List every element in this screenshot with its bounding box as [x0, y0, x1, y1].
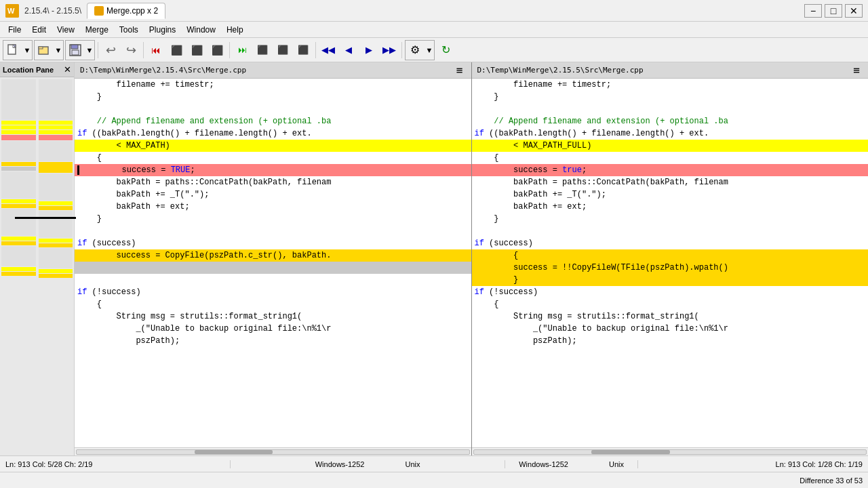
title-version: 2.15.4\ - 2.15.5\ [24, 6, 81, 16]
code-line: { [75, 298, 471, 310]
active-tab[interactable]: Merge.cpp x 2 [87, 3, 165, 19]
menu-window[interactable]: Window [181, 24, 221, 36]
toolbar: ▼ ▼ ▼ ↩ ↪ ⏮ ⬛ ⬛ ⬛ ⏭ ⬛ ⬛ ⬛ ◀◀ ◀ ▶ ▶▶ ⚙ ▼ … [0, 38, 868, 62]
code-line [75, 274, 471, 286]
nav-btn3[interactable]: ⬛ [273, 41, 292, 60]
menu-plugins[interactable]: Plugins [144, 24, 181, 36]
menu-view[interactable]: View [52, 24, 80, 36]
first-diff-left[interactable]: ⏮ [146, 41, 165, 60]
toolbar-sep4 [315, 42, 316, 58]
left-editor-path: D:\Temp\WinMerge\2.15.4\Src\Merge.cpp [80, 66, 454, 75]
code-line-gold: success = !!CopyFileW(TFile(pszPath).wpa… [472, 262, 869, 274]
menu-merge[interactable]: Merge [80, 24, 114, 36]
loc-bar-r-gold1 [39, 162, 73, 173]
menu-file[interactable]: File [3, 24, 26, 36]
right-scrollbar-track[interactable] [473, 449, 867, 455]
code-line: { [472, 298, 869, 310]
nav-btn4[interactable]: ⬛ [294, 41, 313, 60]
copy-right[interactable]: ⬛ [187, 41, 206, 60]
code-line: String msg = strutils::format_string1( [472, 310, 869, 323]
left-scrollbar-thumb[interactable] [195, 450, 273, 454]
code-line: if ((bakPath.length() + filename.length(… [75, 127, 471, 140]
maximize-button[interactable]: □ [825, 4, 842, 18]
first-diff[interactable]: ⬛ [208, 41, 226, 60]
code-line-gold: } [472, 274, 869, 286]
right-scrollbar-thumb[interactable] [591, 450, 670, 454]
titlebar-left: W 2.15.4\ - 2.15.5\ Merge.cpp x 2 [5, 3, 165, 19]
open-button[interactable] [35, 41, 54, 60]
statusbar-left-section: Ln: 913 Col: 5/28 Ch: 2/19 [0, 460, 231, 468]
loc-bar-r-gold4 [39, 274, 73, 278]
code-line: _("Unable to backup original file:\n%1\r [75, 323, 471, 335]
copy-left[interactable]: ⬛ [167, 41, 186, 60]
new-dropdown[interactable]: ▼ [22, 41, 32, 60]
svg-rect-5 [39, 47, 43, 49]
code-line: if (success) [75, 237, 471, 249]
right-editor-menu[interactable]: ≡ [850, 64, 863, 77]
minimize-button[interactable]: − [804, 4, 822, 18]
menubar: File Edit View Merge Tools Plugins Windo… [0, 22, 868, 38]
loc-bar-yellow4 [1, 199, 36, 203]
right-editor-header: D:\Temp\WinMerge\2.15.5\Src\Merge.cpp ≡ [472, 62, 869, 79]
loc-bar-yellow2 [1, 125, 36, 129]
left-editor-content[interactable]: filename += timestr; } // Append filenam… [75, 79, 471, 447]
left-editor-pane: D:\Temp\WinMerge\2.15.4\Src\Merge.cpp ≡ … [75, 62, 472, 455]
loc-bar-r-y2 [39, 125, 73, 129]
menu-help[interactable]: Help [221, 24, 249, 36]
loc-bar-yellow5 [1, 237, 36, 241]
code-line [75, 225, 471, 237]
app-icon: W [5, 4, 19, 18]
refresh-button[interactable]: ↻ [436, 41, 455, 60]
nav-btn1[interactable]: ⏭ [233, 41, 252, 60]
location-pane-title: Location Pane [3, 66, 54, 74]
undo-button[interactable]: ↩ [101, 41, 120, 60]
toolbar-new-group: ▼ [3, 40, 33, 60]
toolbar-open-group: ▼ [34, 40, 64, 60]
loc-left-col [0, 77, 37, 455]
code-line [472, 225, 869, 237]
redo-button[interactable]: ↪ [121, 41, 140, 60]
loc-bar-gray4 [1, 209, 36, 236]
left-scrollbar[interactable] [75, 447, 471, 455]
right-scrollbar[interactable] [472, 447, 869, 455]
loc-bar-gold4 [1, 272, 36, 276]
loc-bar-r-g4 [39, 248, 73, 268]
right-editor-path: D:\Temp\WinMerge\2.15.5\Src\Merge.cpp [477, 66, 851, 75]
menu-tools[interactable]: Tools [114, 24, 144, 36]
nav-btn2[interactable]: ⬛ [253, 41, 272, 60]
nav-prev[interactable]: ◀ [339, 41, 358, 60]
diff-info: Difference 33 of 53 [800, 476, 863, 485]
code-line: } [472, 91, 869, 103]
options-button[interactable]: ⚙ [406, 41, 425, 60]
nav-next-diff[interactable]: ▶▶ [380, 41, 399, 60]
loc-bar-r-g1 [39, 141, 73, 161]
loc-bar-gold3 [1, 241, 36, 245]
nav-prev-diff[interactable]: ◀◀ [319, 41, 338, 60]
loc-right-col [37, 77, 75, 455]
save-dropdown[interactable]: ▼ [85, 41, 94, 60]
location-pane-close[interactable]: ✕ [64, 65, 71, 74]
code-line: filename += timestr; [75, 79, 471, 91]
code-line-gray [75, 262, 471, 274]
statusbar-mid-section: Windows-1252 Unix [231, 460, 505, 468]
window-controls: − □ ✕ [804, 4, 863, 18]
statusbar-right-mid: Windows-1252 Unix [505, 460, 637, 468]
right-editor-pane: D:\Temp\WinMerge\2.15.5\Src\Merge.cpp ≡ … [472, 62, 869, 455]
right-encoding: Windows-1252 [519, 460, 568, 468]
left-editor-menu[interactable]: ≡ [454, 64, 466, 77]
close-button[interactable]: ✕ [845, 4, 863, 18]
loc-bar-red1 [1, 135, 36, 140]
new-button[interactable] [3, 41, 22, 60]
app-title: 2.15.4\ - 2.15.5\ [24, 6, 81, 16]
toolbar-save-group: ▼ [65, 40, 95, 60]
nav-next[interactable]: ▶ [359, 41, 378, 60]
open-dropdown[interactable]: ▼ [54, 41, 63, 60]
left-scrollbar-track[interactable] [76, 449, 470, 455]
right-editor-content[interactable]: filename += timestr; } // Append filenam… [472, 79, 869, 447]
save-button[interactable] [66, 41, 85, 60]
menu-edit[interactable]: Edit [26, 24, 52, 36]
location-pane: Location Pane ✕ [0, 62, 75, 455]
options-dropdown[interactable]: ▼ [425, 41, 434, 60]
loc-bar-yellow1 [1, 121, 36, 125]
tab-label: Merge.cpp x 2 [106, 6, 158, 16]
